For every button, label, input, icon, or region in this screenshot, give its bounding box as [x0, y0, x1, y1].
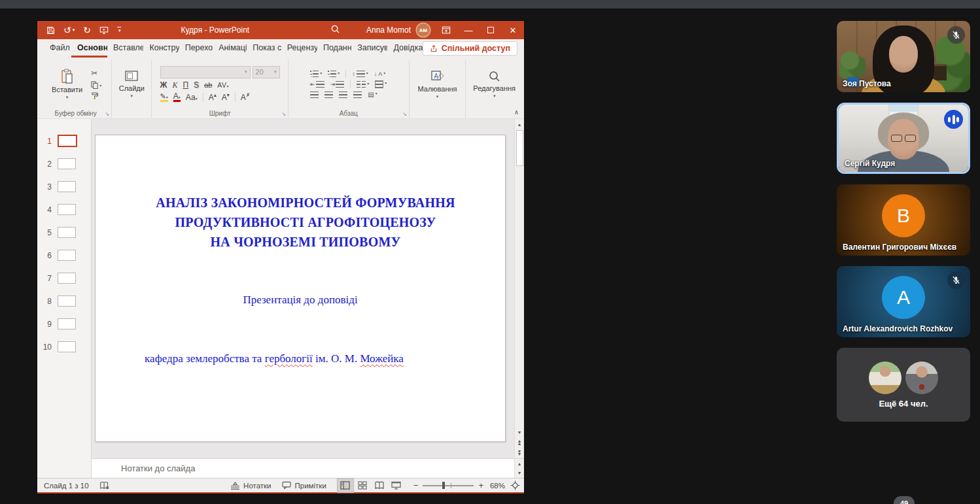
decrease-indent-button[interactable]: ⇤ [310, 81, 324, 88]
cut-button[interactable]: ✂ [91, 69, 101, 78]
fit-slide-to-window-icon[interactable] [510, 480, 520, 490]
align-right-button[interactable] [339, 92, 347, 98]
tab-transitions[interactable]: Перехо [179, 39, 213, 58]
zoom-out-button[interactable]: − [411, 480, 421, 490]
normal-view-button[interactable] [337, 478, 354, 493]
copy-button[interactable]: ▾ [91, 81, 101, 89]
thumbnail-slide-8[interactable]: 8 [37, 290, 91, 312]
new-slide-button[interactable]: Слайди ▾ [115, 69, 149, 100]
font-size-combo[interactable]: 20▾ [253, 66, 280, 78]
font-dialog-launcher-icon[interactable]: ↘ [281, 111, 286, 117]
thumbnail-slide-1[interactable]: 1 [37, 129, 91, 152]
clear-formatting-button[interactable]: А✗ [241, 92, 251, 102]
thumbnail-slide-6[interactable]: 6 [37, 244, 91, 267]
tab-home[interactable]: Основн [71, 39, 107, 58]
tab-help[interactable]: Довідка [387, 39, 422, 58]
tab-review[interactable]: Рецензу [281, 39, 317, 58]
ribbon-display-options-icon[interactable] [435, 21, 457, 39]
comments-toggle[interactable]: Примітки [282, 481, 326, 490]
thumbnail-slide-4[interactable]: 4 [37, 198, 91, 221]
slide-affiliation-text[interactable]: кафедра землеробства та гербології ім. О… [69, 352, 479, 365]
underline-button[interactable]: П [183, 80, 188, 90]
numbering-button[interactable]: ▾ [328, 71, 340, 77]
minimize-button[interactable]: — [457, 21, 480, 39]
search-icon[interactable] [330, 24, 340, 36]
clipboard-dialog-launcher-icon[interactable]: ↘ [105, 111, 110, 117]
bold-button[interactable]: Ж [160, 80, 167, 90]
slide-sorter-view-button[interactable] [354, 478, 371, 493]
save-icon[interactable] [46, 26, 55, 35]
start-slideshow-icon[interactable] [99, 26, 109, 35]
slide-subtitle-text[interactable]: Презентація до доповіді [96, 294, 505, 307]
participant-tile-artur[interactable]: A Artur Alexandrovich Rozhkov [837, 266, 970, 337]
align-left-button[interactable] [310, 92, 319, 98]
bullets-button[interactable]: ▾ [310, 71, 322, 77]
line-spacing-button[interactable]: ↕▾ [352, 71, 368, 77]
text-shadow-button[interactable]: S [194, 80, 199, 90]
highlight-color-button[interactable]: ✎▾ [160, 92, 168, 103]
customize-qat-icon[interactable]: ▾ [117, 27, 121, 33]
grow-font-button[interactable]: А▴ [209, 92, 217, 102]
redo-button[interactable]: ↻ [83, 25, 91, 35]
font-name-combo[interactable]: ▾ [160, 66, 251, 78]
notes-scroll-up-icon[interactable]: ▲ [515, 459, 524, 469]
increase-indent-button[interactable]: ⇥ [330, 81, 345, 88]
scroll-up-icon[interactable]: ▲ [515, 119, 524, 129]
next-slide-button[interactable]: ▼▼ [515, 448, 524, 458]
thumbnail-slide-3[interactable]: 3 [37, 175, 91, 198]
change-case-button[interactable]: Аа▾ [186, 93, 198, 102]
convert-smartart-button[interactable]: ▤▾ [368, 91, 377, 98]
format-painter-button[interactable] [91, 92, 101, 99]
notes-toggle[interactable]: Нотатки [230, 482, 271, 490]
previous-slide-button[interactable]: ▲▲ [515, 437, 524, 448]
thumbnail-slide-9[interactable]: 9 [37, 312, 91, 335]
paragraph-dialog-launcher-icon[interactable]: ↘ [402, 111, 407, 117]
align-center-button[interactable] [324, 92, 333, 98]
maximize-button[interactable] [480, 21, 502, 39]
participant-tile-zoya[interactable]: Зоя Пустова [837, 21, 970, 92]
drawing-button[interactable]: A Малювання ▾ [414, 68, 461, 101]
account-avatar[interactable]: AM [417, 24, 430, 37]
participant-tile-valentyn[interactable]: В Валентин Григорович Міхєєв [837, 184, 970, 256]
notes-scroll-down-icon[interactable]: ▼ [515, 469, 524, 479]
tab-slideshow[interactable]: Показ с [247, 39, 281, 58]
editing-button[interactable]: Редагування ▾ [469, 69, 519, 100]
tab-design[interactable]: Констру [143, 39, 179, 58]
thumbnail-slide-5[interactable]: 5 [37, 221, 91, 244]
close-button[interactable]: ✕ [502, 21, 524, 39]
tab-record[interactable]: Записув [351, 39, 387, 58]
notes-input[interactable]: Нотатки до слайда [92, 459, 514, 478]
undo-button[interactable]: ↺▾ [63, 25, 75, 35]
paste-button[interactable]: Вставити ▾ [48, 67, 86, 101]
collapse-ribbon-icon[interactable]: ∧ [514, 109, 519, 116]
more-participants-tile[interactable]: Ещё 64 чел. [837, 348, 970, 422]
sort-text-button[interactable]: ↓A▾ [374, 71, 386, 77]
tab-animations[interactable]: Анімаці [213, 39, 247, 58]
spell-check-icon[interactable] [99, 481, 110, 490]
participant-tile-serhii[interactable]: Сергій Кудря [837, 103, 970, 174]
thumbnail-slide-2[interactable]: 2 [37, 152, 91, 175]
zoom-slider[interactable] [423, 485, 474, 486]
zoom-level[interactable]: 68% [485, 482, 505, 490]
thumbnail-slide-7[interactable]: 7 [37, 267, 91, 290]
strikethrough-button[interactable]: ab [204, 81, 212, 89]
slideshow-view-button[interactable] [388, 478, 405, 493]
slide-title-text[interactable]: АНАЛІЗ ЗАКОНОМІРНОСТЕЙ ФОРМУВАННЯ ПРОДУК… [101, 193, 510, 252]
scroll-down-icon[interactable]: ▼ [515, 427, 524, 437]
reading-view-button[interactable] [371, 478, 388, 493]
scrollbar-thumb[interactable] [516, 130, 523, 166]
character-spacing-button[interactable]: AV▾ [217, 81, 229, 89]
columns-button[interactable]: ▾ [357, 81, 369, 88]
justify-button[interactable] [353, 92, 362, 98]
text-direction-button[interactable]: ▾ [375, 80, 387, 88]
shrink-font-button[interactable]: А▾ [222, 92, 230, 102]
tab-insert[interactable]: Вставле [107, 39, 143, 58]
italic-button[interactable]: K [172, 80, 177, 90]
zoom-in-button[interactable]: + [476, 480, 485, 490]
account-name[interactable]: Anna Momot [366, 25, 411, 35]
tab-view[interactable]: Поданн [317, 39, 351, 58]
slide-canvas[interactable]: АНАЛІЗ ЗАКОНОМІРНОСТЕЙ ФОРМУВАННЯ ПРОДУК… [95, 135, 506, 442]
zoom-slider-thumb[interactable] [442, 482, 445, 489]
tab-file[interactable]: Файл [44, 39, 71, 58]
share-button[interactable]: Спільний доступ [423, 41, 517, 56]
